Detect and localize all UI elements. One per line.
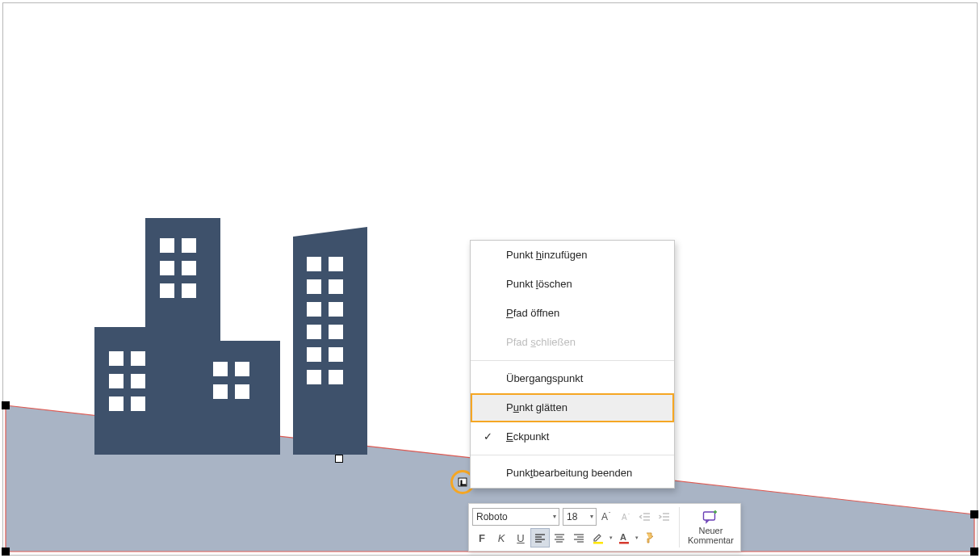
increase-font-size-button[interactable]: Aˆ: [597, 507, 616, 527]
menu-item-delete-point[interactable]: Punkt löschen: [471, 270, 674, 299]
bold-button[interactable]: F: [472, 528, 492, 548]
new-comment-label-1: Neuer: [698, 526, 722, 535]
highlight-color-dropdown[interactable]: ▾: [608, 528, 614, 548]
chevron-down-icon: ▾: [590, 509, 593, 525]
anchor-point-selected[interactable]: [459, 478, 467, 487]
menu-separator: [471, 455, 674, 455]
decrease-indent-button[interactable]: [635, 507, 655, 527]
italic-button[interactable]: K: [492, 528, 511, 548]
align-left-button[interactable]: [530, 528, 550, 548]
anchor-point-bottom-right[interactable]: [970, 548, 978, 556]
font-color-button[interactable]: A: [614, 528, 634, 548]
point-context-menu: Punkt hinzufügen Punkt löschen Pfad öffn…: [470, 240, 675, 489]
new-comment-icon: [702, 510, 718, 524]
menu-item-straight-point[interactable]: Punkt glätten: [471, 393, 674, 422]
menu-item-close-path: Pfad schließen: [471, 328, 674, 357]
menu-item-exit-point-editing[interactable]: Punktbearbeitung beenden: [471, 459, 674, 488]
anchor-point-top-right[interactable]: [970, 510, 978, 518]
increase-indent-button[interactable]: [655, 507, 674, 527]
underline-button[interactable]: U: [511, 528, 530, 548]
format-painter-button[interactable]: [640, 528, 660, 548]
anchor-point-midpoint[interactable]: [335, 455, 343, 463]
svg-rect-57: [619, 542, 629, 544]
font-name-select[interactable]: Roboto ▾: [472, 508, 559, 526]
font-size-value: 18: [567, 511, 577, 522]
checkmark-icon: ✓: [484, 422, 492, 451]
svg-rect-58: [704, 512, 715, 520]
svg-text:A: A: [622, 513, 627, 522]
font-color-dropdown[interactable]: ▾: [634, 528, 640, 548]
anchor-point-top-left[interactable]: [2, 401, 10, 409]
new-comment-label-2: Kommentar: [688, 535, 734, 545]
anchor-point-bottom-left[interactable]: [2, 548, 10, 556]
align-right-button[interactable]: [569, 528, 588, 548]
highlight-color-button[interactable]: [588, 528, 608, 548]
font-name-value: Roboto: [476, 511, 508, 522]
mini-toolbar: Roboto ▾ 18 ▾ Aˆ Aˇ F K U: [468, 503, 741, 552]
menu-item-add-point[interactable]: Punkt hinzufügen: [471, 241, 674, 270]
toolbar-separator: [679, 507, 680, 548]
menu-separator: [471, 360, 674, 361]
svg-rect-55: [593, 542, 603, 544]
new-comment-button[interactable]: Neuer Kommentar: [683, 506, 739, 549]
menu-item-open-path[interactable]: Pfad öffnen: [471, 299, 674, 328]
svg-text:A: A: [601, 511, 608, 522]
svg-text:A: A: [620, 532, 626, 542]
svg-text:ˇ: ˇ: [628, 513, 630, 518]
align-center-button[interactable]: [550, 528, 569, 548]
decrease-font-size-button[interactable]: Aˇ: [616, 507, 635, 527]
chevron-down-icon: ▾: [553, 509, 556, 525]
menu-item-smooth-point[interactable]: Übergangspunkt: [471, 364, 674, 393]
svg-text:ˆ: ˆ: [609, 511, 611, 517]
font-size-select[interactable]: 18 ▾: [563, 508, 597, 526]
menu-item-corner-point[interactable]: ✓Eckpunkt: [471, 422, 674, 451]
